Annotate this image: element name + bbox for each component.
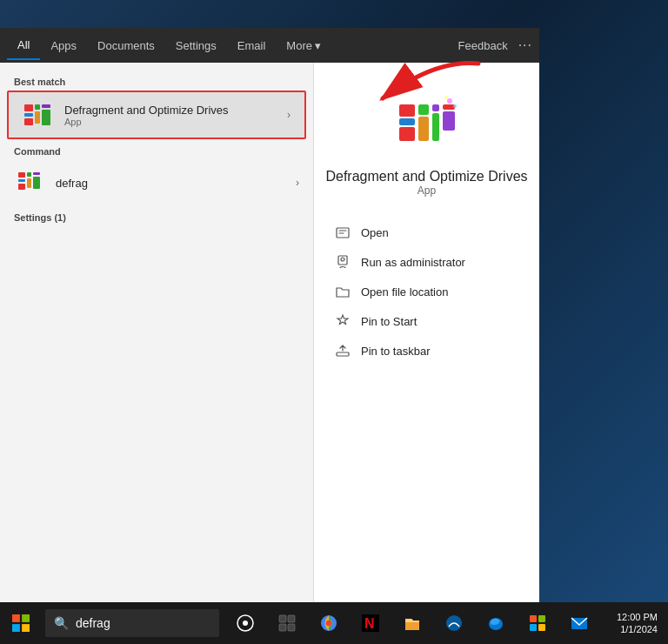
best-match-label: Best match bbox=[0, 70, 313, 91]
svg-rect-1 bbox=[24, 113, 33, 117]
best-match-subtitle: App bbox=[64, 117, 287, 127]
action-pin-to-start[interactable]: Pin to Start bbox=[314, 306, 539, 336]
best-match-item[interactable]: Defragment and Optimize Drives App › bbox=[7, 91, 306, 139]
taskbar-search-bar[interactable]: 🔍 bbox=[45, 609, 219, 637]
svg-point-28 bbox=[341, 258, 344, 261]
tab-apps[interactable]: Apps bbox=[40, 32, 87, 59]
app-icon-large bbox=[392, 89, 462, 158]
svg-rect-10 bbox=[27, 172, 31, 177]
svg-text:N: N bbox=[364, 616, 375, 631]
svg-rect-21 bbox=[443, 104, 455, 110]
sys-tray-icons: 12:00 PM 1/1/2024 bbox=[617, 611, 661, 636]
svg-rect-48 bbox=[530, 615, 537, 622]
best-match-title: Defragment and Optimize Drives bbox=[64, 104, 287, 117]
svg-rect-17 bbox=[418, 104, 429, 115]
task-view-button[interactable] bbox=[226, 604, 264, 642]
svg-rect-33 bbox=[12, 624, 20, 632]
best-match-text: Defragment and Optimize Drives App bbox=[64, 104, 287, 127]
folder-icon bbox=[335, 284, 351, 299]
svg-rect-15 bbox=[399, 118, 415, 125]
feedback-button[interactable]: Feedback bbox=[458, 39, 508, 52]
pin-start-icon bbox=[335, 313, 351, 329]
start-menu: All Apps Documents Settings Email More ▾… bbox=[0, 28, 539, 602]
tab-documents[interactable]: Documents bbox=[87, 32, 165, 59]
taskbar-icons: N bbox=[226, 604, 598, 642]
command-defrag-text: defrag bbox=[56, 177, 296, 190]
edge-icon[interactable] bbox=[477, 604, 515, 642]
svg-rect-31 bbox=[12, 614, 20, 622]
context-menu: Open Run as administrator bbox=[314, 211, 539, 372]
tab-settings[interactable]: Settings bbox=[165, 32, 227, 59]
action-pin-to-taskbar[interactable]: Pin to taskbar bbox=[314, 336, 539, 366]
store-icon[interactable] bbox=[518, 604, 557, 642]
command-defrag-arrow: › bbox=[296, 177, 299, 189]
chevron-down-icon: ▾ bbox=[315, 39, 321, 52]
action-admin-label: Run as administrator bbox=[361, 256, 465, 269]
svg-rect-2 bbox=[24, 118, 33, 125]
open-icon bbox=[335, 225, 351, 240]
svg-rect-5 bbox=[42, 104, 50, 108]
action-open-file-location[interactable]: Open file location bbox=[314, 277, 539, 306]
time-display: 12:00 PM 1/1/2024 bbox=[617, 611, 658, 636]
best-match-arrow: › bbox=[287, 109, 291, 121]
svg-rect-3 bbox=[35, 104, 40, 110]
svg-rect-4 bbox=[35, 111, 40, 124]
svg-rect-8 bbox=[18, 179, 25, 182]
svg-rect-29 bbox=[337, 352, 349, 356]
defrag-app-icon-small bbox=[23, 99, 54, 131]
search-input[interactable] bbox=[76, 616, 210, 630]
svg-rect-40 bbox=[288, 624, 295, 631]
command-label: Command bbox=[0, 139, 313, 160]
netflix-icon[interactable]: N bbox=[351, 604, 390, 642]
multitasking-icon[interactable] bbox=[268, 604, 306, 642]
svg-rect-6 bbox=[42, 110, 50, 125]
file-explorer-icon[interactable] bbox=[393, 604, 431, 642]
svg-rect-51 bbox=[538, 624, 545, 631]
action-open-label: Open bbox=[361, 226, 389, 239]
svg-rect-13 bbox=[33, 177, 40, 189]
svg-point-23 bbox=[447, 98, 452, 104]
svg-rect-49 bbox=[538, 615, 545, 622]
action-open[interactable]: Open bbox=[314, 218, 539, 247]
svg-rect-32 bbox=[22, 614, 30, 622]
svg-point-43 bbox=[326, 621, 332, 627]
action-run-as-admin[interactable]: Run as administrator bbox=[314, 247, 539, 277]
svg-rect-38 bbox=[288, 615, 295, 622]
svg-rect-0 bbox=[24, 104, 33, 111]
svg-rect-11 bbox=[27, 178, 31, 188]
svg-point-25 bbox=[444, 96, 448, 99]
search-icon: 🔍 bbox=[54, 616, 69, 630]
svg-rect-39 bbox=[279, 624, 286, 631]
svg-rect-20 bbox=[432, 113, 439, 141]
svg-rect-16 bbox=[399, 127, 415, 141]
command-item-defrag[interactable]: defrag › bbox=[0, 160, 313, 205]
svg-rect-12 bbox=[33, 172, 40, 175]
taskbar: 🔍 bbox=[0, 602, 668, 644]
system-tray: 12:00 PM 1/1/2024 bbox=[617, 611, 668, 636]
menu-content: Best match Defragment an bbox=[0, 63, 539, 602]
svg-rect-14 bbox=[399, 104, 415, 117]
admin-icon bbox=[335, 254, 351, 270]
photos-icon[interactable] bbox=[435, 604, 473, 642]
mail-icon[interactable] bbox=[560, 604, 598, 642]
pin-taskbar-icon bbox=[335, 343, 351, 359]
more-options-button[interactable]: ··· bbox=[518, 37, 532, 53]
svg-rect-18 bbox=[418, 117, 429, 141]
svg-rect-37 bbox=[279, 615, 286, 622]
action-pin-start-label: Pin to Start bbox=[361, 315, 417, 328]
tab-more[interactable]: More ▾ bbox=[276, 32, 331, 59]
chrome-icon[interactable] bbox=[310, 604, 348, 642]
tab-email[interactable]: Email bbox=[227, 32, 277, 59]
app-name-display: Defragment and Optimize Drives bbox=[325, 169, 527, 184]
svg-rect-22 bbox=[443, 111, 455, 131]
svg-rect-9 bbox=[18, 184, 25, 190]
svg-rect-50 bbox=[530, 624, 537, 631]
svg-point-24 bbox=[453, 104, 457, 108]
settings-section-label: Settings (1) bbox=[0, 205, 313, 226]
svg-rect-34 bbox=[22, 624, 30, 632]
svg-point-36 bbox=[243, 621, 248, 626]
start-button[interactable] bbox=[0, 602, 42, 644]
right-panel: Defragment and Optimize Drives App Open bbox=[313, 63, 539, 602]
tab-all[interactable]: All bbox=[7, 31, 40, 60]
search-tabs-bar: All Apps Documents Settings Email More ▾… bbox=[0, 28, 539, 63]
